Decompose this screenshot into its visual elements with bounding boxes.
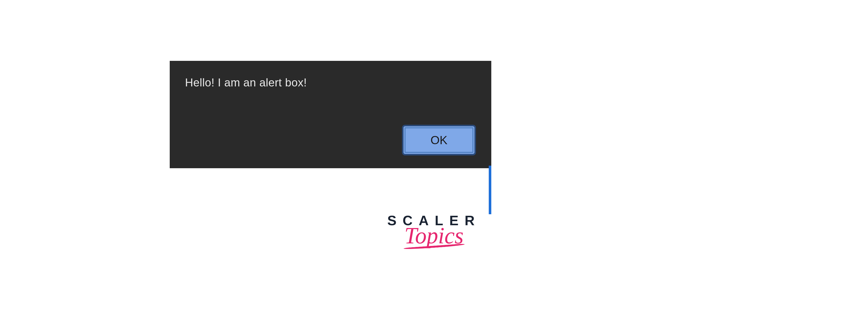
ok-button[interactable]: OK: [402, 125, 476, 156]
alert-message: Hello! I am an alert box!: [185, 76, 476, 89]
scrollbar-edge: [489, 166, 491, 214]
brand-logo: SCALER Topics: [383, 214, 485, 247]
alert-footer: OK: [185, 125, 476, 156]
logo-line2: Topics: [405, 224, 464, 247]
alert-dialog: Hello! I am an alert box! OK: [170, 61, 491, 168]
